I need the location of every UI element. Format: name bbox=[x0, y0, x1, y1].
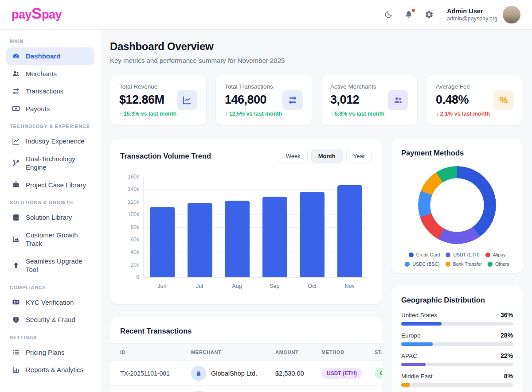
legend-item-credit-card: Credit Card bbox=[409, 252, 440, 257]
left-column: Transaction Volume Trend WeekMonthYear 0… bbox=[110, 139, 382, 392]
sidebar-item-kyc-verification[interactable]: KYC Verification bbox=[6, 294, 94, 311]
stat-value: 0.48% bbox=[436, 93, 490, 107]
sidebar-item-label: Industry Experience bbox=[26, 137, 85, 146]
geo-percent: 28% bbox=[501, 332, 513, 339]
y-axis-tick: 120k bbox=[128, 199, 139, 205]
sidebar-item-merchants[interactable]: Merchants bbox=[6, 65, 94, 83]
legend-item-usdt-eth: USDT (ETH) bbox=[446, 252, 479, 257]
bar-nov[interactable] bbox=[337, 185, 362, 277]
dashboard-grid: Transaction Volume Trend WeekMonthYear 0… bbox=[110, 139, 523, 392]
column-header-amount: AMOUNT bbox=[275, 349, 321, 355]
column-header-id: ID bbox=[120, 349, 191, 355]
bar-oct[interactable] bbox=[300, 192, 325, 277]
banknote-icon bbox=[12, 105, 20, 113]
bar-jul[interactable] bbox=[188, 203, 212, 277]
bell-icon[interactable] bbox=[404, 10, 414, 19]
table-row[interactable] bbox=[110, 386, 382, 392]
sidebar-item-payouts[interactable]: Payouts bbox=[6, 100, 94, 118]
legend-dot bbox=[405, 262, 410, 267]
y-axis-tick: 80k bbox=[131, 224, 139, 230]
cell-merchant bbox=[191, 391, 275, 392]
dashboard-icon bbox=[12, 52, 20, 60]
user-email: admin@payspay.org bbox=[447, 16, 497, 22]
gear-icon[interactable] bbox=[425, 10, 434, 19]
user-name: Admin User bbox=[447, 8, 497, 15]
stat-delta: ↑ 15.3% vs last month bbox=[119, 111, 176, 117]
legend-dot bbox=[485, 252, 490, 257]
user-meta: Admin User admin@payspay.org bbox=[447, 8, 497, 22]
geo-row-middle-east: Middle East8% bbox=[401, 373, 513, 387]
code-branch-icon bbox=[12, 159, 20, 167]
exchange-icon bbox=[12, 87, 20, 95]
sidebar-item-pricing-plans[interactable]: Pricing Plans bbox=[6, 344, 94, 361]
period-button-month[interactable]: Month bbox=[311, 149, 343, 163]
stat-value: 3,012 bbox=[330, 93, 384, 107]
main-content: Dashboard Overview Key metrics and perfo… bbox=[101, 30, 532, 392]
column-header-merchant: MERCHANT bbox=[191, 349, 275, 355]
y-axis-tick: 0 bbox=[136, 274, 139, 280]
bar-chart-x-labels: JunJulAugSepOctNov bbox=[143, 283, 368, 289]
avatar[interactable] bbox=[503, 6, 520, 23]
sidebar-item-seamless-upgrade-tool[interactable]: Seamless Upgrade Tool bbox=[6, 252, 94, 279]
geographic-distribution-card: Geographic Distribution United States36%… bbox=[391, 286, 523, 392]
exchange-icon bbox=[282, 90, 303, 110]
book-icon bbox=[12, 213, 20, 221]
bar-aug[interactable] bbox=[225, 201, 250, 277]
sidebar-item-security-fraud[interactable]: Security & Fraud bbox=[6, 311, 94, 329]
sidebar-item-solution-library[interactable]: Solution Library bbox=[6, 209, 94, 226]
legend-label: USDT (ETH) bbox=[453, 252, 479, 257]
sidebar-item-label: Dashboard bbox=[26, 52, 60, 61]
period-button-week[interactable]: Week bbox=[279, 149, 308, 163]
x-axis-label: Oct bbox=[300, 283, 325, 289]
sidebar-item-industry-experience[interactable]: Industry Experience bbox=[6, 132, 94, 150]
sidebar-item-dashboard[interactable]: Dashboard bbox=[6, 47, 94, 65]
chart-title: Transaction Volume Trend bbox=[120, 152, 211, 160]
stat-label: Total Transactions bbox=[225, 83, 282, 90]
y-axis-tick: 60k bbox=[131, 237, 139, 243]
method-badge: USDT (ETH) bbox=[321, 368, 362, 379]
stat-card-total-revenue: Total Revenue$12.86M↑ 15.3% vs last mont… bbox=[110, 75, 207, 125]
bar-sep[interactable] bbox=[262, 197, 287, 277]
y-axis-tick: 160k bbox=[128, 174, 139, 180]
legend-item-bank-transfer: Bank Transfer bbox=[446, 261, 482, 267]
moon-icon[interactable] bbox=[384, 10, 394, 19]
legend-item-others: Others bbox=[488, 261, 509, 267]
sidebar-item-project-case-library[interactable]: Project Case Library bbox=[6, 176, 94, 194]
brand-logo[interactable]: paySpay bbox=[12, 8, 62, 22]
stat-card-text: Average Fee0.48%↓ 2.1% vs last month bbox=[436, 83, 490, 117]
stat-label: Active Merchants bbox=[330, 83, 384, 90]
geo-label: APAC bbox=[401, 353, 417, 359]
geo-progress-fill bbox=[401, 342, 433, 346]
table-row[interactable]: TX-20251101-001GlobalShop Ltd.$2,530.00U… bbox=[110, 361, 382, 386]
user-menu[interactable]: Admin User admin@payspay.org bbox=[447, 6, 520, 23]
legend-dot bbox=[409, 252, 414, 257]
cell-status: Completed bbox=[375, 368, 382, 379]
period-button-year[interactable]: Year bbox=[346, 149, 372, 163]
y-axis-tick: 40k bbox=[131, 249, 139, 255]
id-card-icon bbox=[12, 298, 20, 307]
bar-jun[interactable] bbox=[150, 207, 175, 277]
geo-percent: 36% bbox=[501, 311, 513, 318]
topbar-actions: Admin User admin@payspay.org bbox=[384, 6, 520, 23]
geo-percent: 22% bbox=[501, 352, 513, 359]
geo-row-header: United States36% bbox=[401, 311, 513, 318]
users-icon bbox=[388, 90, 408, 110]
sidebar-item-reports-analytics[interactable]: Reports & Analytics bbox=[6, 361, 94, 379]
sidebar-item-label: Merchants bbox=[26, 70, 57, 78]
page-subtitle: Key metrics and performance summary for … bbox=[110, 57, 523, 64]
stat-value: 146,800 bbox=[225, 93, 282, 107]
percent-icon: % bbox=[493, 90, 514, 110]
geo-label: United States bbox=[401, 312, 437, 318]
sidebar-item-customer-growth-track[interactable]: Customer Growth Track bbox=[6, 226, 94, 252]
stat-delta: ↓ 2.1% vs last month bbox=[436, 111, 490, 117]
geo-row-header: Europe28% bbox=[401, 332, 513, 339]
bag-icon bbox=[191, 366, 206, 381]
sidebar-item-label: Customer Growth Track bbox=[26, 231, 89, 248]
bar-chart: 020k40k60k80k100k120k140k160k JunJulAugS… bbox=[120, 177, 372, 289]
cell-transaction-id: TX-20251101-001 bbox=[120, 370, 191, 377]
legend-label: Others bbox=[495, 261, 509, 267]
sidebar-item-dual-technology-engine[interactable]: Dual-Technology Engine bbox=[6, 150, 94, 176]
legend-dot bbox=[488, 262, 493, 267]
sidebar-item-transactions[interactable]: Transactions bbox=[6, 82, 94, 100]
period-toggle: WeekMonthYear bbox=[279, 149, 372, 163]
